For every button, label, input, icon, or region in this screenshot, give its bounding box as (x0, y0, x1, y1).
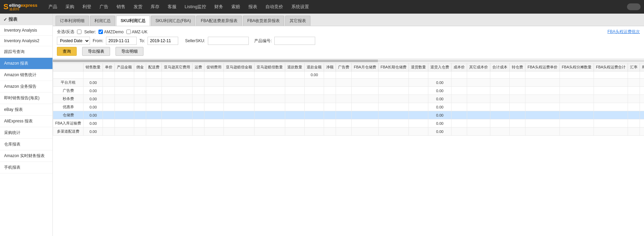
table-cell (324, 111, 336, 119)
th-amz-other-fee: 亚马逊其它费用 (162, 63, 193, 71)
table-cell (628, 79, 640, 87)
table-cell: 0.00 (428, 95, 451, 103)
table-cell (204, 79, 224, 87)
table-cell (467, 71, 490, 79)
fba-freight-link[interactable]: FBA头程运费批次 (608, 29, 640, 35)
from-date-input[interactable] (106, 37, 137, 45)
table-cell (559, 87, 594, 95)
export-button[interactable]: 导出报表 (82, 47, 110, 56)
filter-row-buttons: 查询 导出报表 导出明细 (57, 47, 640, 56)
sidebar-item-mobile[interactable]: 手机报表 (0, 162, 52, 173)
nav-ads[interactable]: 广告 (95, 0, 112, 14)
nav-finance[interactable]: 财务 (210, 0, 227, 14)
table-cell (103, 79, 115, 87)
nav-claims[interactable]: 索赔 (227, 0, 244, 14)
tab-sku-profit-fba[interactable]: SKU利润汇总(FBA) (151, 16, 195, 26)
sidebar-item-amazon-business[interactable]: Amazon 业务报告 (0, 81, 52, 92)
table-cell (324, 87, 336, 95)
row-label: 优惠券 (53, 103, 83, 111)
nav-lideng[interactable]: 利登 (78, 0, 95, 14)
sidebar-item-tracking[interactable]: 跟踪号查询 (0, 46, 52, 58)
table-cell (628, 71, 640, 79)
product-code-input[interactable] (274, 37, 315, 45)
seller-amzdemo[interactable]: AMZDemo (98, 30, 123, 34)
nav-autoprice[interactable]: 自动竞价 (261, 0, 287, 14)
seller-sku-input[interactable] (208, 37, 249, 45)
table-cell (352, 128, 378, 136)
tab-other-reports[interactable]: 其它报表 (285, 16, 310, 26)
sidebar-section-reports[interactable]: ✓ 报表 (0, 14, 52, 25)
table-cell (324, 71, 336, 79)
to-date-input[interactable] (148, 37, 178, 45)
tab-sku-profit[interactable]: SKU利润汇总 (116, 16, 150, 26)
table-cell (193, 103, 204, 111)
table-cell (162, 87, 193, 95)
table-cell (193, 79, 204, 87)
nav-reports[interactable]: 报表 (244, 0, 261, 14)
sidebar-item-amazon-reports[interactable]: Amazon 报表 (0, 58, 52, 69)
table-cell: 0.00 (83, 87, 103, 95)
table-cell (162, 95, 193, 103)
table-cell (467, 103, 490, 111)
seller-amzuk[interactable]: AMZ-UK (126, 30, 148, 34)
nav-toggle[interactable] (627, 3, 641, 10)
nav-inventory[interactable]: 库存 (147, 0, 164, 14)
th-row-label (53, 63, 83, 71)
seller-amzuk-label: AMZ-UK (132, 30, 148, 34)
nav-settings[interactable]: 系统设置 (287, 0, 313, 14)
table-cell (193, 119, 204, 128)
table-cell (559, 79, 594, 87)
sidebar-item-inventory-analysis[interactable]: Inventory Analysis (0, 25, 52, 36)
nav-sales[interactable]: 销售 (112, 0, 129, 14)
th-refund-qty: 退款数量 (285, 63, 305, 71)
nav-listing[interactable]: Listing监控 (181, 0, 211, 14)
table-cell (336, 111, 352, 119)
table-cell (115, 95, 134, 103)
table-cell (490, 119, 510, 128)
sidebar-item-inventory-analysis2[interactable]: Inventory Analysis2 (0, 36, 52, 46)
date-type-select[interactable]: Posted Date (57, 37, 90, 45)
sidebar-item-warehouse[interactable]: 仓库报表 (0, 139, 52, 150)
table-cell: 0.00 (83, 128, 103, 136)
th-shipping: 配送费 (146, 63, 162, 71)
tab-order-detail[interactable]: 订单利润明细 (56, 16, 89, 26)
tab-fba-fee-diff[interactable]: FBA配送费差异报表 (196, 16, 242, 26)
th-exchange-rate: 汇率 (628, 63, 640, 71)
chevron-down-icon: ✓ (3, 17, 7, 22)
sidebar-item-ebay[interactable]: eBay 报表 (0, 104, 52, 116)
sidebar-item-purchase[interactable]: 采购统计 (0, 127, 52, 139)
export-detail-button[interactable]: 导出明细 (116, 47, 143, 56)
th-return-inbound-fee: 退货入仓费 (428, 63, 451, 71)
table-row: 秒杀费0.000.00 (53, 95, 644, 103)
table-cell (146, 111, 162, 119)
table-cell (115, 79, 134, 87)
nav-purchase[interactable]: 采购 (61, 0, 78, 14)
table-cell (134, 71, 146, 79)
seller-amzdemo-checkbox[interactable] (98, 30, 103, 34)
nav-shipping[interactable]: 发货 (129, 0, 147, 14)
row-label: 平台月租 (53, 79, 83, 87)
table-cell (559, 95, 594, 103)
th-fba-unit-price: FBA头程运费单价 (525, 63, 559, 71)
tab-profit-summary[interactable]: 利润汇总 (90, 16, 115, 26)
select-all-checkbox[interactable] (77, 30, 81, 34)
th-refund-amt: 退款金额 (305, 63, 324, 71)
table-cell (467, 87, 490, 95)
sidebar-item-realtime-sales[interactable]: 即时销售报告(海卖) (0, 92, 52, 104)
table-cell (146, 87, 162, 95)
sidebar-item-amazon-sales[interactable]: Amazon 销售统计 (0, 69, 52, 81)
table-cell (103, 87, 115, 95)
table-cell (146, 103, 162, 111)
seller-amzuk-checkbox[interactable] (126, 30, 131, 34)
table-cell (103, 95, 115, 103)
nav-products[interactable]: 产品 (44, 0, 61, 14)
sidebar-item-aliexpress[interactable]: AliExpress 报表 (0, 116, 52, 127)
sidebar-item-amazon-realtime[interactable]: Amazon 实时财务报表 (0, 150, 52, 162)
table-cell (467, 79, 490, 87)
table-cell (162, 119, 193, 128)
tab-fba-receipt-diff[interactable]: FBA收货差异报表 (243, 16, 284, 26)
table-cell (628, 119, 640, 128)
table-cell (628, 128, 640, 136)
query-button[interactable]: 查询 (57, 47, 77, 56)
nav-customer[interactable]: 客服 (164, 0, 181, 14)
